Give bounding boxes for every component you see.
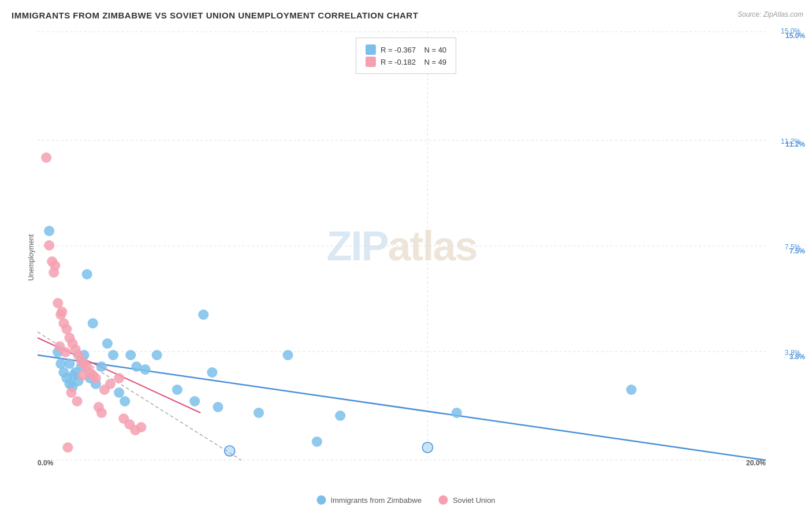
legend-row-1: R = -0.367 N = 40 <box>366 44 446 55</box>
legend-r1: R = -0.367 <box>381 46 416 54</box>
svg-point-32 <box>82 269 92 279</box>
svg-point-48 <box>41 152 51 163</box>
svg-point-24 <box>68 370 79 380</box>
svg-point-41 <box>282 350 293 360</box>
legend-row-2: R = -0.182 N = 49 <box>366 57 446 67</box>
svg-point-23 <box>64 359 75 369</box>
svg-point-76 <box>114 373 124 383</box>
svg-point-47 <box>225 446 235 456</box>
chart-container: IMMIGRANTS FROM ZIMBABWE VS SOVIET UNION… <box>0 0 812 515</box>
footer-circle-soviet <box>439 495 448 505</box>
svg-point-46 <box>626 385 636 395</box>
svg-point-36 <box>207 367 217 378</box>
svg-point-25 <box>88 318 98 329</box>
svg-point-38 <box>213 402 223 412</box>
legend-n1: N = 40 <box>424 46 446 54</box>
x-label-20: 20.0% <box>746 459 766 467</box>
svg-point-66 <box>49 267 59 278</box>
svg-point-70 <box>66 387 76 398</box>
legend-color-zimbabwe <box>366 44 376 55</box>
svg-point-33 <box>152 350 162 360</box>
svg-point-27 <box>108 350 118 360</box>
legend-r2: R = -0.182 <box>381 58 416 66</box>
legend-text-2: R = -0.182 N = 49 <box>381 58 446 66</box>
footer-label-zimbabwe: Immigrants from Zimbabwe <box>330 496 421 505</box>
svg-point-29 <box>120 396 130 406</box>
svg-point-30 <box>125 350 136 360</box>
svg-point-9 <box>44 226 54 236</box>
svg-point-65 <box>91 373 101 383</box>
svg-point-26 <box>102 338 113 349</box>
chart-title: IMMIGRANTS FROM ZIMBABWE VS SOVIET UNION… <box>12 10 418 20</box>
footer-item-soviet: Soviet Union <box>439 495 496 505</box>
svg-point-28 <box>114 387 124 398</box>
footer-label-soviet: Soviet Union <box>453 496 496 505</box>
svg-point-35 <box>172 385 182 395</box>
legend-text-1: R = -0.367 N = 40 <box>381 46 446 54</box>
svg-point-40 <box>254 408 264 418</box>
footer-item-zimbabwe: Immigrants from Zimbabwe <box>316 495 421 505</box>
y-right-15: 15.0% <box>785 32 805 40</box>
y-axis-label: Unemployment <box>27 234 35 281</box>
footer-circle-zimbabwe <box>316 495 326 505</box>
svg-point-81 <box>62 442 73 453</box>
legend-n2: N = 49 <box>424 58 446 66</box>
y-right-38: 3.8% <box>789 353 805 361</box>
svg-point-49 <box>44 240 54 251</box>
svg-point-43 <box>312 436 322 447</box>
x-label-0: 0.0% <box>38 459 53 467</box>
svg-point-44 <box>422 442 433 453</box>
svg-point-69 <box>57 307 67 317</box>
svg-point-68 <box>54 341 65 352</box>
footer-legend: Immigrants from Zimbabwe Soviet Union <box>316 495 495 505</box>
svg-point-22 <box>96 361 107 372</box>
legend-color-soviet <box>366 57 376 67</box>
svg-point-37 <box>189 396 200 406</box>
svg-point-45 <box>452 408 462 418</box>
svg-point-75 <box>105 379 116 389</box>
svg-point-80 <box>136 422 146 432</box>
legend-box: R = -0.367 N = 40 R = -0.182 N = 49 <box>356 38 456 74</box>
y-right-11: 11.2% <box>785 140 805 148</box>
svg-point-73 <box>96 408 107 418</box>
source-label: Source: ZipAtlas.com <box>737 10 803 18</box>
chart-svg <box>38 32 766 460</box>
svg-point-39 <box>198 309 208 320</box>
svg-point-34 <box>140 364 150 375</box>
chart-area: ZIPatlas <box>38 32 766 460</box>
svg-point-71 <box>72 396 82 406</box>
svg-point-82 <box>78 370 88 380</box>
y-right-75: 7.5% <box>789 247 805 255</box>
svg-point-42 <box>335 410 345 421</box>
